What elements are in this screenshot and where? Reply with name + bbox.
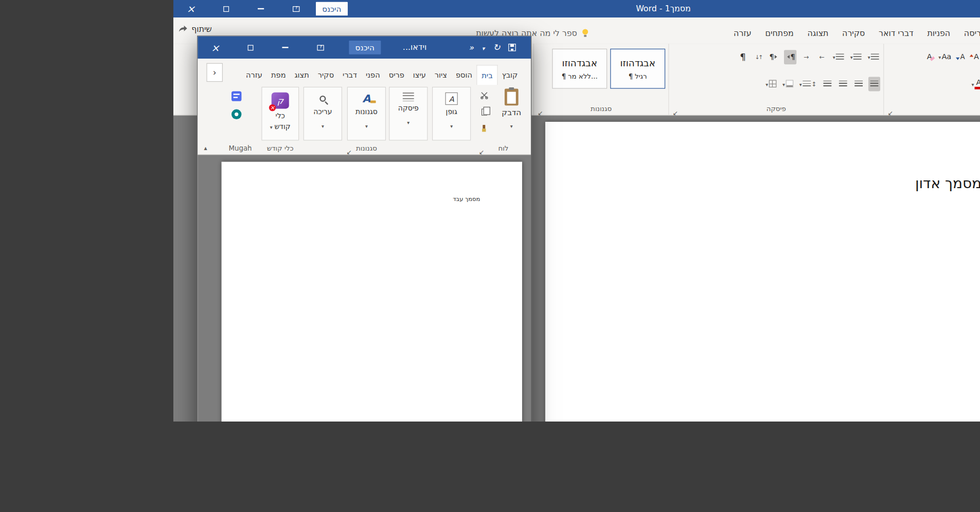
clear-formatting-button[interactable] xyxy=(923,50,935,64)
font-group: Arial (גוף עברי) 12 xyxy=(883,44,980,115)
close-icon[interactable] xyxy=(182,0,200,17)
tab-review[interactable]: סקירה xyxy=(835,23,872,44)
dialog-launcher-icon[interactable] xyxy=(671,105,679,113)
cut-button[interactable] xyxy=(478,89,490,101)
lightbulb-icon xyxy=(581,29,589,38)
qat-overflow-icon[interactable] xyxy=(469,43,474,52)
tab-review[interactable]: סקיר xyxy=(313,65,338,85)
tab-view[interactable]: תצוג xyxy=(290,65,313,85)
shrink-font-button[interactable] xyxy=(954,50,966,64)
mugah-button-bottom[interactable] xyxy=(230,108,243,120)
align-left-button[interactable] xyxy=(837,77,849,91)
change-case-icon xyxy=(941,52,951,61)
tiny-up-arrow-icon xyxy=(970,52,973,57)
font-icon xyxy=(445,93,457,105)
style-no-spacing[interactable]: אבגדהוזו ללא מר... xyxy=(552,49,607,89)
mugah-group xyxy=(230,90,243,121)
font-group-label: גופן xyxy=(884,105,980,113)
font-color-button[interactable] xyxy=(970,77,980,91)
borders-button[interactable] xyxy=(764,77,778,91)
numbering-icon xyxy=(853,53,862,60)
tab-file[interactable]: קובץ xyxy=(497,65,522,85)
tab-help[interactable]: עזרה xyxy=(242,65,267,85)
dialog-launcher-icon[interactable] xyxy=(478,145,486,153)
chevron-down-icon xyxy=(799,79,802,88)
minimize-icon[interactable] xyxy=(252,0,270,17)
kodesh-label-line1: כלי xyxy=(276,111,285,120)
mugah-button-top[interactable] xyxy=(230,90,243,102)
numbering-button[interactable] xyxy=(849,50,863,64)
tab-layout[interactable]: פריס xyxy=(384,65,408,85)
restore-icon[interactable] xyxy=(217,0,235,17)
qat-dropdown-icon[interactable] xyxy=(482,43,485,52)
increase-indent-icon xyxy=(804,52,809,61)
decrease-indent-button[interactable] xyxy=(816,50,828,64)
align-right-button[interactable] xyxy=(868,77,880,91)
sign-in-button[interactable]: היכנס xyxy=(349,41,381,54)
justify-icon xyxy=(823,80,831,87)
style-gallery: אבגדהוזו רגיל אבגדהוזו ללא מר... xyxy=(552,49,665,89)
redo-icon[interactable] xyxy=(493,43,500,52)
tab-developer[interactable]: מפת xyxy=(266,65,290,85)
tab-help[interactable]: עזרה xyxy=(727,23,758,44)
tab-scroll-left-button[interactable] xyxy=(206,63,223,82)
multilevel-list-icon xyxy=(836,53,844,60)
paragraph-icon xyxy=(403,93,414,101)
increase-indent-button[interactable] xyxy=(800,50,812,64)
restore-window-icon[interactable] xyxy=(311,36,329,59)
copy-button[interactable] xyxy=(478,105,490,118)
tab-developer[interactable]: מפתחים xyxy=(758,23,800,44)
tab-references[interactable]: הפניות xyxy=(920,23,957,44)
paragraph-group-collapsed[interactable]: פיסקה xyxy=(389,87,427,140)
rtl-direction-button[interactable] xyxy=(784,50,796,64)
show-paragraph-marks-button[interactable] xyxy=(737,50,749,64)
tab-mailings[interactable]: דברי xyxy=(338,65,362,85)
align-left-icon xyxy=(839,80,847,87)
paste-button[interactable]: הדבק xyxy=(494,86,528,131)
multilevel-list-button[interactable] xyxy=(831,50,845,64)
tab-mailings[interactable]: דברי דואר xyxy=(872,23,920,44)
tab-home[interactable]: בית xyxy=(477,65,498,85)
styles-gallery-button[interactable]: סגנונות xyxy=(347,87,386,140)
kodesh-tools-button[interactable]: כלי קודש xyxy=(261,87,299,140)
clipboard-group: הדבק לוח xyxy=(475,85,531,154)
justify-button[interactable] xyxy=(822,77,833,91)
ltr-direction-button[interactable] xyxy=(768,50,780,64)
quick-access-toolbar xyxy=(469,36,515,59)
style-normal[interactable]: אבגדהוזו רגיל xyxy=(610,49,665,89)
line-spacing-button[interactable] xyxy=(798,77,817,91)
bullets-button[interactable] xyxy=(866,50,880,64)
document-page[interactable]: מסמך עבד xyxy=(222,162,522,422)
chevron-down-icon xyxy=(868,52,870,61)
document-page[interactable]: מסמך אדון xyxy=(545,122,980,422)
font-group-collapsed[interactable]: גופן xyxy=(432,87,471,140)
dialog-launcher-icon[interactable] xyxy=(345,145,353,153)
restore-window-icon[interactable] xyxy=(287,0,305,17)
change-case-button[interactable] xyxy=(937,50,953,64)
tab-layout[interactable]: פריסה xyxy=(957,23,980,44)
sign-in-button[interactable]: היכנס xyxy=(316,2,348,16)
search-icon xyxy=(319,96,326,102)
pilcrow-icon xyxy=(790,52,795,61)
tab-view[interactable]: תצוגה xyxy=(800,23,835,44)
child-titlebar: היכנס וידאו... xyxy=(198,36,531,59)
editing-group-collapsed[interactable]: עריכה xyxy=(304,87,342,140)
sort-button[interactable] xyxy=(753,50,764,64)
dialog-launcher-icon[interactable] xyxy=(886,105,894,113)
shading-button[interactable] xyxy=(781,77,795,91)
tab-references[interactable]: הפני xyxy=(362,65,385,85)
tab-design[interactable]: עיצו xyxy=(408,65,430,85)
dialog-launcher-icon[interactable] xyxy=(537,105,544,113)
tab-insert[interactable]: הוספ xyxy=(451,65,476,85)
collapse-ribbon-icon[interactable] xyxy=(204,140,207,152)
tab-draw[interactable]: ציור xyxy=(430,65,451,85)
save-icon[interactable] xyxy=(508,44,516,51)
maximize-icon[interactable] xyxy=(241,36,259,59)
minimize-icon[interactable] xyxy=(276,36,294,59)
align-center-button[interactable] xyxy=(853,77,865,91)
mugah-icon-bottom xyxy=(231,109,241,119)
grow-font-button[interactable] xyxy=(968,50,980,64)
close-icon[interactable] xyxy=(206,36,224,59)
share-button[interactable]: שיתוף xyxy=(179,21,212,36)
format-painter-button[interactable] xyxy=(478,122,490,135)
